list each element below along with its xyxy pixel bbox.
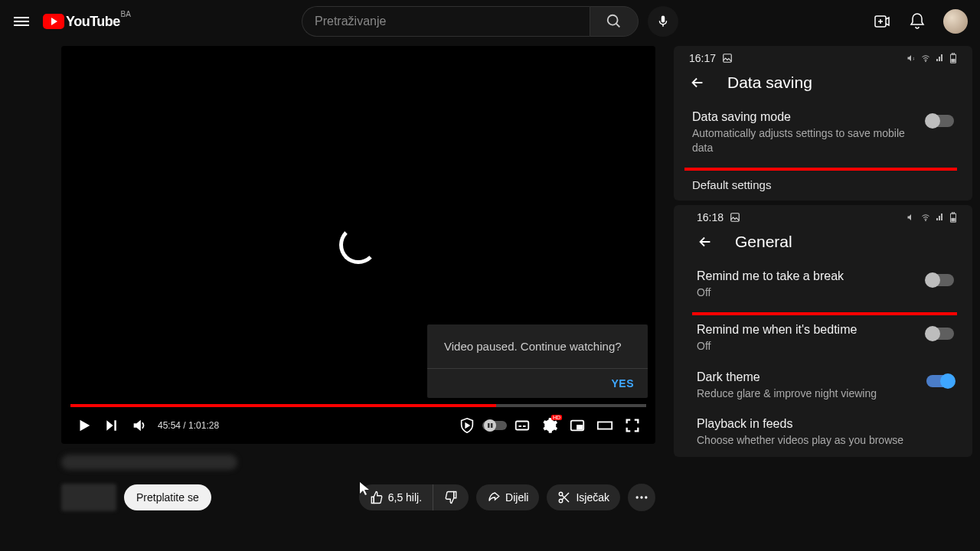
video-player[interactable]: Video paused. Continue watching? YES 45:…: [61, 46, 655, 444]
notifications-button[interactable]: [908, 12, 926, 31]
thumbs-up-icon: [370, 491, 384, 504]
top-header: YouTube BA: [0, 0, 980, 43]
video-title-placeholder: [61, 455, 237, 470]
panel-data-saving: 16:17 Data saving Data saving mode Autom…: [674, 46, 972, 201]
time-total: 1:01:28: [188, 420, 219, 431]
status-icons-1: [906, 53, 957, 64]
fullscreen-icon: [624, 417, 641, 434]
subtitles-icon: [514, 417, 531, 434]
setting-remind-bedtime[interactable]: Remind me when it's bedtime Off: [674, 315, 972, 363]
logo-region: BA: [120, 10, 130, 18]
wifi-icon: [920, 213, 931, 222]
info-row: Pretplatite se 6,5 hilj. Dijeli Isječak: [61, 484, 655, 511]
more-horiz-icon: [634, 490, 649, 505]
volume-icon: [131, 417, 148, 434]
setting-dark-theme[interactable]: Dark theme Reduce glare & improve night …: [674, 363, 972, 410]
menu-icon[interactable]: [12, 12, 31, 31]
header-right: [873, 9, 968, 34]
status-icons-2: [906, 212, 957, 223]
mute-icon: [906, 54, 916, 63]
bell-icon: [908, 12, 926, 31]
svg-rect-22: [724, 54, 732, 63]
svg-point-20: [640, 496, 642, 498]
subtitles-button[interactable]: [508, 412, 536, 439]
player-controls: 45:54 / 1:01:28 HD: [61, 407, 655, 444]
svg-rect-13: [577, 425, 582, 429]
toggle-data-saving[interactable]: [926, 115, 954, 127]
status-time-2: 16:18: [697, 211, 724, 223]
setting-playback-feeds[interactable]: Playback in feeds Choose whether videos …: [674, 409, 972, 457]
svg-rect-27: [731, 214, 740, 222]
setting-remind-break[interactable]: Remind me to take a break Off: [674, 262, 972, 309]
settings-button[interactable]: HD: [536, 412, 564, 439]
svg-point-28: [926, 220, 926, 220]
s3-sub: Reduce glare & improve night viewing: [697, 386, 926, 401]
theater-button[interactable]: [591, 412, 619, 439]
svg-rect-25: [952, 53, 955, 54]
search-button[interactable]: [590, 6, 639, 37]
youtube-logo[interactable]: YouTube BA: [43, 14, 120, 30]
search-box: [302, 6, 639, 37]
left-column: Video paused. Continue watching? YES 45:…: [0, 46, 674, 511]
signal-icon: [936, 54, 945, 63]
logo-text: YouTube: [66, 14, 120, 30]
setting1-title: Data saving mode: [692, 110, 926, 124]
like-dislike-group: 6,5 hilj.: [359, 484, 469, 510]
play-button[interactable]: [70, 412, 98, 439]
back-arrow-icon[interactable]: [689, 74, 706, 91]
autoplay-toggle[interactable]: [481, 412, 508, 439]
svg-point-6: [484, 419, 496, 432]
pause-message: Video paused. Continue watching?: [427, 324, 648, 369]
toggle-dark-theme[interactable]: [926, 375, 954, 387]
s2-sub: Off: [697, 339, 926, 354]
mute-icon: [906, 213, 916, 222]
miniplayer-icon: [569, 417, 586, 434]
signal-icon: [936, 213, 945, 222]
back-arrow-icon[interactable]: [697, 233, 714, 250]
next-icon: [104, 418, 119, 433]
loading-spinner: [339, 226, 377, 264]
main-content: Video paused. Continue watching? YES 45:…: [0, 43, 980, 511]
volume-button[interactable]: [126, 412, 153, 439]
s4-title: Playback in feeds: [697, 417, 954, 431]
section-default-settings: Default settings: [674, 171, 972, 201]
search-input[interactable]: [302, 6, 590, 37]
toggle-remind-break[interactable]: [926, 274, 954, 286]
fullscreen-button[interactable]: [619, 412, 646, 439]
next-button[interactable]: [98, 412, 126, 439]
subscribe-button[interactable]: Pretplatite se: [124, 484, 211, 510]
panel2-header: General: [674, 227, 972, 262]
s3-title: Dark theme: [697, 370, 926, 384]
share-icon: [487, 491, 501, 504]
dislike-button[interactable]: [433, 484, 469, 510]
svg-rect-7: [488, 423, 490, 428]
toggle-remind-bedtime[interactable]: [926, 328, 954, 340]
search-area: [302, 6, 678, 37]
share-button[interactable]: Dijeli: [476, 484, 539, 510]
play-logo-icon: [43, 14, 64, 29]
svg-rect-26: [952, 59, 955, 62]
setting1-sub: Automatically adjusts settings to save m…: [692, 126, 926, 155]
microphone-icon: [656, 15, 670, 28]
clip-button[interactable]: Isječak: [547, 484, 620, 510]
more-actions-button[interactable]: [628, 484, 655, 511]
avatar[interactable]: [943, 9, 968, 34]
scissors-icon: [557, 491, 571, 504]
miniplayer-button[interactable]: [564, 412, 591, 439]
shield-play-icon: [459, 417, 475, 434]
s1-title: Remind me to take a break: [697, 269, 926, 283]
channel-avatar[interactable]: [61, 484, 116, 511]
image-indicator-icon: [730, 212, 740, 223]
setting-data-saving-mode[interactable]: Data saving mode Automatically adjusts s…: [674, 103, 972, 165]
battery-icon: [949, 53, 957, 64]
status-bar-1: 16:17: [674, 46, 972, 67]
stable-volume-button[interactable]: [453, 412, 481, 439]
like-button[interactable]: 6,5 hilj.: [359, 484, 433, 510]
pause-yes-button[interactable]: YES: [611, 377, 634, 390]
voice-search-button[interactable]: [648, 6, 678, 37]
svg-point-0: [608, 15, 618, 25]
share-label: Dijeli: [505, 491, 528, 504]
thumbs-down-icon: [444, 491, 458, 504]
battery-icon: [949, 212, 957, 223]
create-button[interactable]: [873, 12, 891, 31]
